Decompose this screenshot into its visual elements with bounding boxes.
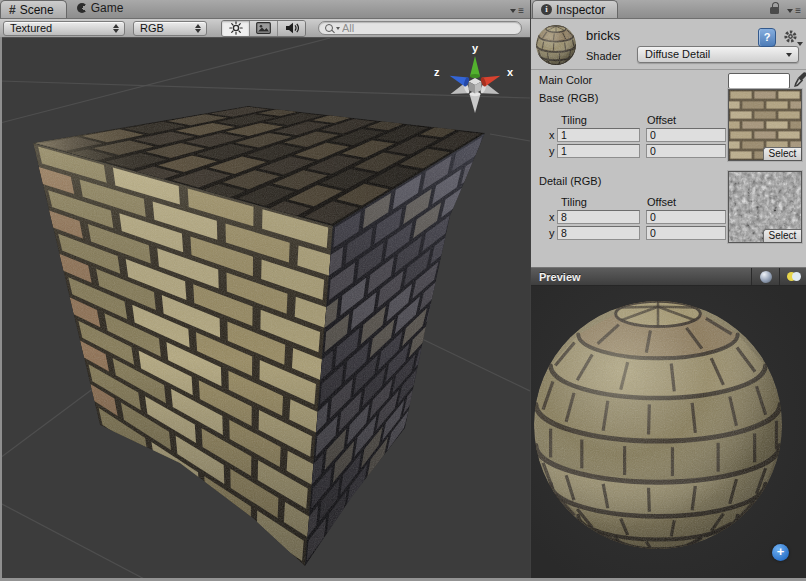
color-mode-dropdown[interactable]: RGB — [133, 21, 207, 36]
light-white-icon — [792, 272, 801, 281]
unity-editor-window: # Scene Game ≡ Textured RGB — [0, 0, 806, 581]
inspector-panel-menu-icon[interactable]: ≡ — [787, 7, 806, 18]
shader-value: Diffuse Detail — [645, 48, 710, 60]
chevron-down-icon — [786, 53, 792, 57]
chevron-down-icon — [797, 42, 803, 46]
gizmo-x-axis[interactable] — [480, 71, 502, 87]
add-button[interactable]: + — [772, 544, 789, 561]
image-icon — [256, 22, 271, 34]
gear-icon[interactable] — [783, 29, 798, 46]
skybox-toggle-button[interactable] — [250, 21, 278, 36]
detail-select-button[interactable]: Select — [763, 229, 801, 242]
chevron-down-icon — [336, 27, 340, 30]
render-mode-value: Textured — [10, 22, 52, 34]
detail-texture-thumbnail[interactable]: Select — [728, 171, 802, 243]
detail-offset-label: Offset — [647, 196, 676, 208]
material-inspector: bricks Shader Diffuse Detail ? Main Colo… — [531, 19, 806, 267]
scene-viewport[interactable]: y x z — [0, 38, 530, 581]
gizmo-z-axis[interactable] — [448, 71, 470, 87]
brick-cube[interactable] — [33, 106, 485, 566]
preview-header: Preview — [531, 267, 806, 286]
detail-offset-y-input[interactable] — [646, 226, 726, 240]
detail-tiling-y-input[interactable] — [557, 226, 640, 240]
preview-area[interactable]: + — [531, 286, 806, 581]
render-mode-dropdown[interactable]: Textured — [3, 21, 125, 36]
updown-arrows-icon — [113, 24, 119, 34]
detail-offset-x-input[interactable] — [646, 210, 726, 224]
speaker-icon — [285, 22, 299, 34]
updown-arrows-icon — [195, 24, 201, 34]
menu-icon: ≡ — [795, 7, 801, 15]
color-mode-value: RGB — [140, 22, 164, 34]
tab-scene-label: Scene — [20, 3, 54, 17]
main-color-label: Main Color — [539, 74, 592, 86]
base-tiling-y-input[interactable] — [557, 144, 640, 158]
window-edge-left — [0, 37, 2, 581]
scene-panel: # Scene Game ≡ Textured RGB — [0, 0, 530, 581]
preview-shape-button[interactable] — [751, 268, 779, 285]
eyedropper-icon[interactable] — [794, 71, 806, 89]
preview-sphere — [531, 286, 806, 581]
preview-title: Preview — [531, 271, 751, 283]
scene-icon: # — [9, 3, 16, 17]
tab-game[interactable]: Game — [67, 0, 132, 18]
gizmo-z-label: z — [434, 66, 440, 78]
tab-inspector[interactable]: i Inspector — [532, 0, 618, 18]
base-y-label: y — [549, 145, 555, 157]
lock-icon[interactable] — [770, 7, 779, 14]
scene-orientation-gizmo[interactable]: y x z — [434, 42, 514, 113]
base-texture-thumbnail[interactable]: Select — [728, 89, 802, 161]
detail-tiling-label: Tiling — [561, 196, 587, 208]
base-tiling-label: Tiling — [561, 114, 587, 126]
main-color-swatch[interactable] — [728, 73, 790, 89]
preview-lighting-button[interactable] — [779, 268, 806, 285]
material-name: bricks — [586, 28, 620, 43]
shader-label: Shader — [586, 50, 621, 62]
base-offset-label: Offset — [647, 114, 676, 126]
shader-dropdown[interactable]: Diffuse Detail — [637, 46, 799, 63]
chevron-down-icon — [510, 9, 516, 13]
tab-inspector-label: Inspector — [556, 3, 605, 17]
base-section-label: Base (RGB) — [539, 92, 598, 104]
gizmo-x-label: x — [507, 66, 514, 78]
divider — [531, 69, 806, 70]
detail-y-label: y — [549, 227, 555, 239]
gizmo-y-label: y — [472, 42, 479, 54]
detail-tiling-x-input[interactable] — [557, 210, 640, 224]
search-input[interactable] — [342, 22, 515, 34]
base-offset-x-input[interactable] — [646, 128, 726, 142]
base-x-label: x — [549, 129, 555, 141]
base-select-button[interactable]: Select — [763, 147, 801, 160]
base-tiling-x-input[interactable] — [557, 128, 640, 142]
material-preview-ball[interactable] — [535, 24, 577, 66]
tab-game-label: Game — [91, 1, 124, 15]
search-icon — [325, 24, 333, 32]
chevron-down-icon — [787, 9, 793, 13]
detail-section-label: Detail (RGB) — [539, 175, 601, 187]
scene-panel-menu-icon[interactable]: ≡ — [510, 7, 530, 18]
sun-icon — [229, 21, 243, 35]
scene-toggle-group — [221, 20, 306, 37]
audio-toggle-button[interactable] — [278, 21, 305, 36]
gizmo-y-axis[interactable] — [470, 56, 480, 78]
menu-icon: ≡ — [518, 7, 524, 15]
scene-tabbar: # Scene Game ≡ — [0, 0, 530, 19]
sphere-icon — [760, 271, 772, 283]
inspector-tabbar: i Inspector ≡ — [531, 0, 806, 19]
info-icon: i — [541, 4, 552, 15]
detail-x-label: x — [549, 211, 555, 223]
game-icon — [77, 3, 87, 13]
tab-scene[interactable]: # Scene — [0, 0, 67, 18]
scene-toolbar: Textured RGB — [0, 19, 530, 38]
lighting-toggle-button[interactable] — [222, 21, 250, 36]
inspector-panel: i Inspector ≡ bricks Shader Diffuse Deta… — [530, 0, 806, 581]
scene-search-field[interactable] — [318, 21, 522, 35]
base-offset-y-input[interactable] — [646, 144, 726, 158]
help-icon[interactable]: ? — [758, 28, 776, 47]
